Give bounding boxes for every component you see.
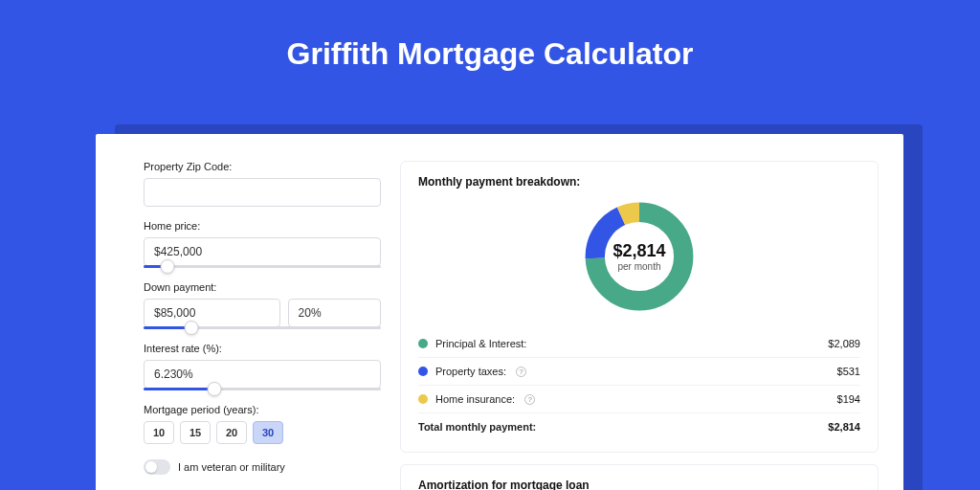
period-buttons: 10152030: [144, 421, 381, 444]
veteran-row: I am veteran or military: [144, 459, 381, 475]
down-payment-input[interactable]: [144, 299, 280, 327]
hero-background: Griffith Mortgage Calculator Property Zi…: [0, 0, 980, 490]
zip-label: Property Zip Code:: [144, 161, 381, 172]
breakdown-row: Home insurance:?$194: [418, 385, 860, 412]
breakdown-row: Property taxes:?$531: [418, 357, 860, 385]
slider-thumb[interactable]: [184, 321, 198, 335]
total-label: Total monthly payment:: [418, 421, 536, 433]
total-row: Total monthly payment: $2,814: [418, 412, 860, 440]
interest-slider[interactable]: [144, 388, 381, 390]
home-price-field: Home price:: [144, 220, 381, 268]
breakdown-label: Home insurance:?: [418, 393, 535, 405]
veteran-label: I am veteran or military: [178, 461, 285, 473]
total-value: $2,814: [828, 421, 860, 433]
breakdown-label: Principal & Interest:: [418, 338, 526, 349]
toggle-knob: [145, 461, 157, 473]
breakdown-title: Monthly payment breakdown:: [418, 175, 860, 189]
results-column: Monthly payment breakdown: $2,814 per mo…: [381, 161, 879, 490]
donut-wrap: $2,814 per month: [418, 198, 860, 315]
down-payment-label: Down payment:: [144, 281, 381, 293]
info-icon[interactable]: ?: [516, 367, 526, 377]
info-icon[interactable]: ?: [524, 394, 535, 405]
breakdown-label: Property taxes:?: [418, 366, 526, 377]
breakdown-label-text: Principal & Interest:: [435, 338, 526, 349]
legend-dot: [418, 394, 428, 404]
interest-field: Interest rate (%):: [144, 343, 381, 390]
form-column: Property Zip Code: Home price: Down paym…: [144, 161, 381, 490]
donut-chart: $2,814 per month: [581, 198, 698, 315]
legend-dot: [418, 367, 428, 376]
breakdown-value: $531: [837, 366, 860, 377]
period-label: Mortgage period (years):: [144, 404, 381, 415]
period-button-15[interactable]: 15: [180, 421, 211, 444]
breakdown-label-text: Home insurance:: [435, 393, 515, 405]
page-title: Griffith Mortgage Calculator: [0, 0, 980, 72]
amortization-title: Amortization for mortgage loan: [418, 479, 860, 490]
veteran-toggle[interactable]: [144, 459, 170, 475]
breakdown-value: $194: [837, 393, 860, 405]
zip-input[interactable]: [144, 178, 381, 207]
amortization-card: Amortization for mortgage loan Amortizat…: [400, 464, 879, 490]
period-button-10[interactable]: 10: [144, 421, 174, 444]
home-price-label: Home price:: [144, 220, 381, 232]
home-price-slider[interactable]: [144, 265, 381, 268]
period-button-30[interactable]: 30: [253, 421, 283, 444]
down-payment-pct-input[interactable]: [288, 299, 381, 327]
interest-input[interactable]: [144, 360, 381, 389]
calculator-card: Property Zip Code: Home price: Down paym…: [96, 134, 903, 490]
breakdown-row: Principal & Interest:$2,089: [418, 330, 860, 357]
zip-field: Property Zip Code:: [144, 161, 381, 207]
donut-center: $2,814 per month: [581, 198, 698, 315]
interest-label: Interest rate (%):: [144, 343, 381, 354]
home-price-input[interactable]: [144, 237, 381, 266]
legend-dot: [418, 339, 428, 348]
slider-thumb[interactable]: [160, 259, 174, 274]
donut-amount: $2,814: [612, 241, 665, 261]
breakdown-label-text: Property taxes:: [435, 366, 506, 377]
donut-sub: per month: [617, 261, 660, 272]
slider-thumb[interactable]: [208, 382, 222, 396]
breakdown-value: $2,089: [828, 338, 860, 349]
down-payment-field: Down payment:: [144, 281, 381, 329]
down-payment-slider[interactable]: [144, 326, 381, 329]
period-button-20[interactable]: 20: [216, 421, 247, 444]
breakdown-card: Monthly payment breakdown: $2,814 per mo…: [400, 161, 879, 453]
period-field: Mortgage period (years): 10152030: [144, 404, 381, 444]
